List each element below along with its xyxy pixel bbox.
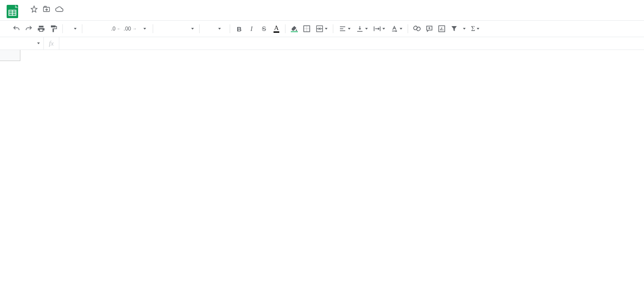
select-all-corner[interactable] [0,50,20,61]
borders-button[interactable] [301,23,312,34]
format-percent-button[interactable] [98,23,109,34]
text-color-button[interactable]: A [270,23,282,34]
menu-format[interactable] [56,15,63,17]
name-box[interactable] [0,37,43,50]
sheets-logo[interactable] [4,3,21,20]
insert-comment-button[interactable] [424,23,435,34]
bold-button[interactable]: B [233,23,245,34]
undo-button[interactable] [11,23,22,34]
format-currency-button[interactable] [85,23,97,34]
spreadsheet-grid[interactable] [0,50,644,61]
h-align-dropdown[interactable] [336,23,353,34]
paint-format-button[interactable] [48,23,59,34]
menu-view[interactable] [41,15,48,17]
text-rotate-dropdown[interactable] [388,23,405,34]
menu-data[interactable] [63,15,70,17]
redo-button[interactable] [23,23,35,34]
text-wrap-dropdown[interactable] [371,23,387,34]
filter-button[interactable] [448,23,460,34]
italic-button[interactable]: I [246,23,257,34]
insert-chart-button[interactable] [436,23,447,34]
menu-extensions[interactable] [78,15,85,17]
cloud-icon[interactable] [55,5,64,14]
menu-edit[interactable] [33,15,40,17]
menu-file[interactable] [26,15,33,17]
menu-help[interactable] [86,15,93,17]
increase-decimal-button[interactable]: .00 → [123,23,137,34]
v-align-dropdown[interactable] [354,23,370,34]
print-button[interactable] [35,23,47,34]
header [0,0,644,20]
menu-tools[interactable] [71,15,78,17]
zoom-dropdown[interactable] [66,23,79,34]
toolbar: .0 ← .00 → B I S A Σ [0,20,644,37]
strikethrough-button[interactable]: S [258,23,270,34]
more-formats-dropdown[interactable] [138,23,150,34]
functions-dropdown[interactable]: Σ [469,23,481,34]
star-icon[interactable] [30,5,38,13]
insert-link-button[interactable] [411,23,423,34]
merge-cells-dropdown[interactable] [313,23,330,34]
fx-icon: fx [44,40,59,47]
decrease-decimal-button[interactable]: .0 ← [110,23,122,34]
formula-bar: fx [0,37,644,50]
menu-insert[interactable] [48,15,55,17]
font-dropdown[interactable] [156,23,196,34]
filter-views-dropdown[interactable] [461,23,468,34]
move-icon[interactable] [42,5,50,13]
menu-bar [26,14,101,19]
fill-color-button[interactable] [289,23,300,34]
font-size-dropdown[interactable] [203,23,227,34]
